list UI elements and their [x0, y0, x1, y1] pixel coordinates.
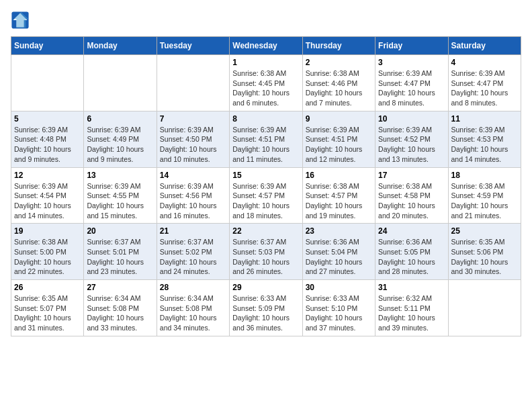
- weekday-header: Tuesday: [157, 37, 229, 55]
- calendar-cell: 22Sunrise: 6:37 AM Sunset: 5:03 PM Dayli…: [230, 224, 302, 280]
- calendar-cell: 10Sunrise: 6:39 AM Sunset: 4:52 PM Dayli…: [375, 111, 448, 167]
- calendar-cell: 13Sunrise: 6:39 AM Sunset: 4:55 PM Dayli…: [84, 167, 157, 224]
- calendar-cell: 9Sunrise: 6:39 AM Sunset: 4:51 PM Daylig…: [302, 111, 375, 167]
- day-info: Sunrise: 6:39 AM Sunset: 4:55 PM Dayligh…: [87, 181, 153, 221]
- calendar-week-row: 26Sunrise: 6:35 AM Sunset: 5:07 PM Dayli…: [11, 280, 521, 336]
- calendar-cell: 20Sunrise: 6:37 AM Sunset: 5:01 PM Dayli…: [84, 224, 157, 280]
- calendar-cell: 18Sunrise: 6:38 AM Sunset: 4:59 PM Dayli…: [448, 167, 521, 224]
- calendar-cell: 23Sunrise: 6:36 AM Sunset: 5:04 PM Dayli…: [302, 224, 375, 280]
- day-info: Sunrise: 6:32 AM Sunset: 5:11 PM Dayligh…: [378, 293, 445, 333]
- day-info: Sunrise: 6:39 AM Sunset: 4:56 PM Dayligh…: [160, 181, 226, 221]
- calendar-cell: [448, 280, 521, 336]
- day-info: Sunrise: 6:38 AM Sunset: 4:45 PM Dayligh…: [232, 68, 299, 108]
- day-info: Sunrise: 6:39 AM Sunset: 4:57 PM Dayligh…: [232, 181, 299, 221]
- day-number: 10: [378, 114, 445, 124]
- day-number: 19: [14, 226, 81, 236]
- weekday-header: Saturday: [448, 37, 521, 55]
- day-info: Sunrise: 6:39 AM Sunset: 4:53 PM Dayligh…: [451, 125, 518, 165]
- calendar-cell: 4Sunrise: 6:39 AM Sunset: 4:47 PM Daylig…: [448, 55, 521, 111]
- day-number: 20: [87, 226, 153, 236]
- day-number: 23: [306, 226, 372, 236]
- day-number: 11: [451, 114, 518, 124]
- calendar-table: SundayMondayTuesdayWednesdayThursdayFrid…: [11, 36, 521, 336]
- calendar-cell: 15Sunrise: 6:39 AM Sunset: 4:57 PM Dayli…: [230, 167, 302, 224]
- day-number: 30: [306, 283, 372, 292]
- calendar-cell: 2Sunrise: 6:38 AM Sunset: 4:46 PM Daylig…: [302, 55, 375, 111]
- day-info: Sunrise: 6:38 AM Sunset: 5:00 PM Dayligh…: [14, 237, 81, 277]
- day-number: 26: [14, 283, 81, 292]
- day-number: 17: [378, 171, 445, 180]
- calendar-week-row: 12Sunrise: 6:39 AM Sunset: 4:54 PM Dayli…: [11, 167, 521, 224]
- day-info: Sunrise: 6:35 AM Sunset: 5:07 PM Dayligh…: [14, 293, 81, 333]
- day-info: Sunrise: 6:39 AM Sunset: 4:51 PM Dayligh…: [306, 125, 372, 165]
- day-number: 22: [232, 226, 299, 236]
- day-number: 21: [160, 226, 226, 236]
- calendar-cell: 16Sunrise: 6:38 AM Sunset: 4:57 PM Dayli…: [302, 167, 375, 224]
- calendar-cell: 30Sunrise: 6:33 AM Sunset: 5:10 PM Dayli…: [302, 280, 375, 336]
- calendar-cell: [157, 55, 229, 111]
- calendar-cell: 28Sunrise: 6:34 AM Sunset: 5:08 PM Dayli…: [157, 280, 229, 336]
- day-info: Sunrise: 6:38 AM Sunset: 4:59 PM Dayligh…: [451, 181, 518, 221]
- calendar-week-row: 5Sunrise: 6:39 AM Sunset: 4:48 PM Daylig…: [11, 111, 521, 167]
- calendar-cell: 31Sunrise: 6:32 AM Sunset: 5:11 PM Dayli…: [375, 280, 448, 336]
- calendar-header-row: SundayMondayTuesdayWednesdayThursdayFrid…: [11, 37, 521, 55]
- day-number: 13: [87, 171, 153, 180]
- day-info: Sunrise: 6:39 AM Sunset: 4:49 PM Dayligh…: [87, 125, 153, 165]
- day-number: 24: [378, 226, 445, 236]
- calendar-cell: 11Sunrise: 6:39 AM Sunset: 4:53 PM Dayli…: [448, 111, 521, 167]
- day-info: Sunrise: 6:33 AM Sunset: 5:10 PM Dayligh…: [306, 293, 372, 333]
- day-number: 2: [306, 58, 372, 67]
- weekday-header: Friday: [375, 37, 448, 55]
- day-info: Sunrise: 6:38 AM Sunset: 4:58 PM Dayligh…: [378, 181, 445, 221]
- day-info: Sunrise: 6:37 AM Sunset: 5:01 PM Dayligh…: [87, 237, 153, 277]
- day-info: Sunrise: 6:39 AM Sunset: 4:52 PM Dayligh…: [378, 125, 445, 165]
- day-number: 31: [378, 283, 445, 292]
- day-info: Sunrise: 6:39 AM Sunset: 4:47 PM Dayligh…: [378, 68, 445, 108]
- day-number: 4: [451, 58, 518, 67]
- weekday-header: Wednesday: [230, 37, 302, 55]
- calendar-cell: 5Sunrise: 6:39 AM Sunset: 4:48 PM Daylig…: [11, 111, 84, 167]
- day-number: 28: [160, 283, 226, 292]
- calendar-cell: 19Sunrise: 6:38 AM Sunset: 5:00 PM Dayli…: [11, 224, 84, 280]
- calendar-cell: 14Sunrise: 6:39 AM Sunset: 4:56 PM Dayli…: [157, 167, 229, 224]
- calendar-week-row: 1Sunrise: 6:38 AM Sunset: 4:45 PM Daylig…: [11, 55, 521, 111]
- day-number: 5: [14, 114, 81, 124]
- calendar-cell: 24Sunrise: 6:36 AM Sunset: 5:05 PM Dayli…: [375, 224, 448, 280]
- day-number: 14: [160, 171, 226, 180]
- calendar-week-row: 19Sunrise: 6:38 AM Sunset: 5:00 PM Dayli…: [11, 224, 521, 280]
- day-number: 1: [232, 58, 299, 67]
- calendar-cell: 17Sunrise: 6:38 AM Sunset: 4:58 PM Dayli…: [375, 167, 448, 224]
- day-info: Sunrise: 6:38 AM Sunset: 4:46 PM Dayligh…: [306, 68, 372, 108]
- day-info: Sunrise: 6:37 AM Sunset: 5:02 PM Dayligh…: [160, 237, 226, 277]
- day-number: 29: [232, 283, 299, 292]
- calendar-cell: 26Sunrise: 6:35 AM Sunset: 5:07 PM Dayli…: [11, 280, 84, 336]
- weekday-header: Monday: [84, 37, 157, 55]
- day-number: 25: [451, 226, 518, 236]
- day-info: Sunrise: 6:39 AM Sunset: 4:51 PM Dayligh…: [232, 125, 299, 165]
- day-info: Sunrise: 6:34 AM Sunset: 5:08 PM Dayligh…: [160, 293, 226, 333]
- weekday-header: Sunday: [11, 37, 84, 55]
- day-number: 16: [306, 171, 372, 180]
- day-info: Sunrise: 6:33 AM Sunset: 5:09 PM Dayligh…: [232, 293, 299, 333]
- day-info: Sunrise: 6:34 AM Sunset: 5:08 PM Dayligh…: [87, 293, 153, 333]
- calendar-cell: 27Sunrise: 6:34 AM Sunset: 5:08 PM Dayli…: [84, 280, 157, 336]
- calendar-cell: 12Sunrise: 6:39 AM Sunset: 4:54 PM Dayli…: [11, 167, 84, 224]
- page-header: [11, 11, 521, 30]
- day-info: Sunrise: 6:39 AM Sunset: 4:47 PM Dayligh…: [451, 68, 518, 108]
- calendar-cell: 29Sunrise: 6:33 AM Sunset: 5:09 PM Dayli…: [230, 280, 302, 336]
- day-number: 18: [451, 171, 518, 180]
- day-number: 6: [87, 114, 153, 124]
- weekday-header: Thursday: [302, 37, 375, 55]
- day-info: Sunrise: 6:36 AM Sunset: 5:05 PM Dayligh…: [378, 237, 445, 277]
- day-number: 7: [160, 114, 226, 124]
- day-info: Sunrise: 6:35 AM Sunset: 5:06 PM Dayligh…: [451, 237, 518, 277]
- day-info: Sunrise: 6:37 AM Sunset: 5:03 PM Dayligh…: [232, 237, 299, 277]
- day-number: 12: [14, 171, 81, 180]
- logo-icon: [11, 11, 30, 30]
- calendar-cell: 1Sunrise: 6:38 AM Sunset: 4:45 PM Daylig…: [230, 55, 302, 111]
- day-info: Sunrise: 6:39 AM Sunset: 4:50 PM Dayligh…: [160, 125, 226, 165]
- calendar-cell: [84, 55, 157, 111]
- calendar-cell: 25Sunrise: 6:35 AM Sunset: 5:06 PM Dayli…: [448, 224, 521, 280]
- day-info: Sunrise: 6:36 AM Sunset: 5:04 PM Dayligh…: [306, 237, 372, 277]
- day-number: 15: [232, 171, 299, 180]
